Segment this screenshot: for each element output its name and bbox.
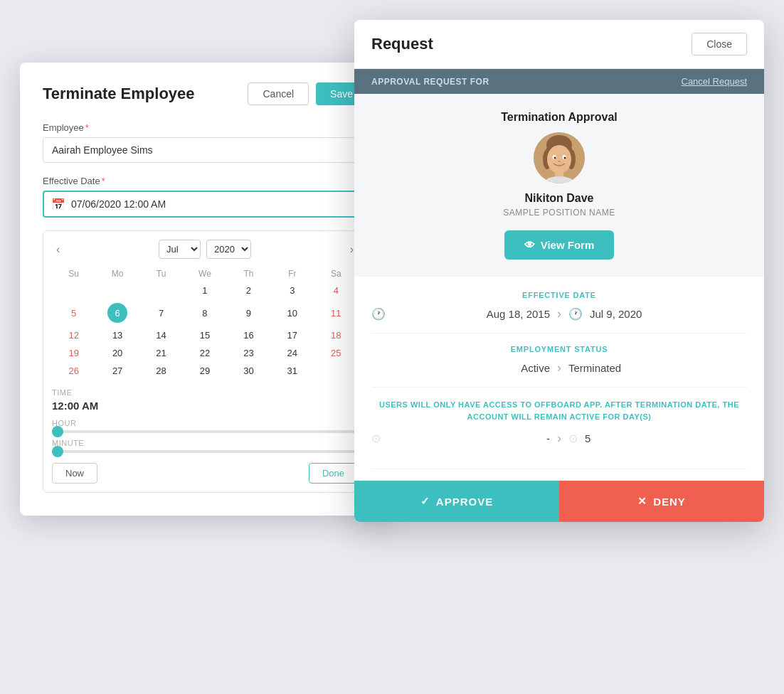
day-12[interactable]: 12 xyxy=(52,326,95,344)
day-27[interactable]: 27 xyxy=(95,362,139,380)
now-button[interactable]: Now xyxy=(52,463,97,484)
day-14[interactable]: 14 xyxy=(139,326,183,344)
cancel-request-link[interactable]: Cancel Request xyxy=(682,76,748,87)
hour-slider-track[interactable] xyxy=(52,430,358,433)
day-28[interactable]: 28 xyxy=(139,362,183,380)
clock-icon-from: 🕐 xyxy=(371,307,386,321)
prev-month-button[interactable]: ‹ xyxy=(52,242,64,257)
eye-icon: 👁 xyxy=(524,239,535,251)
employee-field-group: Employee* xyxy=(43,122,367,163)
day-23[interactable]: 23 xyxy=(227,344,270,362)
status-to: Terminated xyxy=(568,362,747,374)
weekday-sa: Sa xyxy=(314,266,358,282)
approval-name-title: Termination Approval xyxy=(371,111,747,124)
offboard-row: ⊙ - › ⊙ 5 xyxy=(371,431,747,446)
day-11[interactable]: 11 xyxy=(314,299,358,326)
deny-icon: ✕ xyxy=(637,495,647,508)
weekday-su: Su xyxy=(52,266,95,282)
effective-date-field-group: Effective Date* 📅 xyxy=(43,176,367,218)
day-6-selected[interactable]: 6 xyxy=(95,299,139,326)
day-31[interactable]: 31 xyxy=(270,362,314,380)
day-30[interactable]: 30 xyxy=(227,362,270,380)
day-empty xyxy=(95,282,139,299)
year-select[interactable]: 20182019202020212022 xyxy=(206,240,251,259)
date-input-wrap[interactable]: 📅 xyxy=(43,191,367,218)
calendar-icon: 📅 xyxy=(51,198,65,211)
cal-selects: JanFebMarApr MayJunJulAug SepOctNovDec 2… xyxy=(159,240,251,259)
day-20[interactable]: 20 xyxy=(95,344,139,362)
day-1[interactable]: 1 xyxy=(183,282,226,299)
avatar-image xyxy=(534,132,585,183)
employee-input[interactable] xyxy=(43,137,367,163)
day-empty xyxy=(52,282,95,299)
avatar xyxy=(534,132,585,183)
person-position: SAMPLE POSITION NAME xyxy=(371,208,747,218)
day-8[interactable]: 8 xyxy=(183,299,226,326)
day-3[interactable]: 3 xyxy=(270,282,314,299)
day-29[interactable]: 29 xyxy=(183,362,226,380)
terminate-title: Terminate Employee xyxy=(43,85,195,103)
approve-button[interactable]: ✓ APPROVE xyxy=(354,481,559,522)
approval-banner: APPROVAL REQUEST FOR Cancel Request xyxy=(354,69,764,94)
arrow-icon-status: › xyxy=(557,361,561,375)
date-to: Jul 9, 2020 xyxy=(590,308,747,320)
employee-label: Employee* xyxy=(43,122,367,133)
hour-label: HOUR xyxy=(52,419,358,427)
day-2[interactable]: 2 xyxy=(227,282,270,299)
status-from: Active xyxy=(371,362,550,374)
day-25[interactable]: 25 xyxy=(314,344,358,362)
employment-status-row: Active › Terminated xyxy=(371,361,747,375)
day-17[interactable]: 17 xyxy=(270,326,314,344)
minute-slider-track[interactable] xyxy=(52,450,358,453)
date-from: Aug 18, 2015 xyxy=(393,308,550,320)
day-5[interactable]: 5 xyxy=(52,299,95,326)
day-empty xyxy=(139,282,183,299)
person-name: Nikiton Dave xyxy=(371,192,747,205)
svg-point-10 xyxy=(558,161,561,162)
employment-status-section-label: EMPLOYMENT STATUS xyxy=(371,345,747,353)
day-13[interactable]: 13 xyxy=(95,326,139,344)
effective-date-input[interactable] xyxy=(71,192,359,216)
time-label: TIME xyxy=(52,388,358,397)
request-title: Request xyxy=(371,35,433,53)
day-21[interactable]: 21 xyxy=(139,344,183,362)
cancel-button[interactable]: Cancel xyxy=(248,82,309,105)
view-form-button[interactable]: 👁 View Form xyxy=(504,230,615,260)
weekday-th: Th xyxy=(227,266,270,282)
day-19[interactable]: 19 xyxy=(52,344,95,362)
day-7[interactable]: 7 xyxy=(139,299,183,326)
calendar-nav: ‹ JanFebMarApr MayJunJulAug SepOctNovDec… xyxy=(52,240,358,259)
svg-point-8 xyxy=(554,157,556,159)
minute-slider-thumb[interactable] xyxy=(52,446,63,457)
day-empty xyxy=(314,362,358,380)
day-16[interactable]: 16 xyxy=(227,326,270,344)
request-modal: Request Close APPROVAL REQUEST FOR Cance… xyxy=(354,20,764,522)
day-15[interactable]: 15 xyxy=(183,326,226,344)
offboard-to: 5 xyxy=(585,432,747,444)
day-10[interactable]: 10 xyxy=(270,299,314,326)
terminate-header: Terminate Employee Cancel Save xyxy=(43,82,367,105)
hour-slider-thumb[interactable] xyxy=(52,426,63,437)
day-26[interactable]: 26 xyxy=(52,362,95,380)
approval-body: Termination Approval xyxy=(354,94,764,277)
day-24[interactable]: 24 xyxy=(270,344,314,362)
weekday-mo: Mo xyxy=(95,266,139,282)
month-select[interactable]: JanFebMarApr MayJunJulAug SepOctNovDec xyxy=(159,240,201,259)
day-4[interactable]: 4 xyxy=(314,282,358,299)
approve-icon: ✓ xyxy=(420,495,430,508)
terminate-header-buttons: Cancel Save xyxy=(248,82,367,105)
minute-label: MINUTE xyxy=(52,439,358,447)
action-footer: ✓ APPROVE ✕ DENY xyxy=(354,481,764,522)
weekday-tu: Tu xyxy=(139,266,183,282)
day-18[interactable]: 18 xyxy=(314,326,358,344)
done-button[interactable]: Done xyxy=(309,463,358,484)
weekday-we: We xyxy=(183,266,226,282)
day-9[interactable]: 9 xyxy=(227,299,270,326)
calendar: ‹ JanFebMarApr MayJunJulAug SepOctNovDec… xyxy=(43,230,367,493)
time-section: TIME 12:00 AM HOUR MINUTE xyxy=(52,388,358,453)
day-22[interactable]: 22 xyxy=(183,344,226,362)
effective-date-block: EFFECTIVE DATE 🕐 Aug 18, 2015 › 🕐 Jul 9,… xyxy=(371,291,747,333)
close-button[interactable]: Close xyxy=(692,33,747,55)
deny-button[interactable]: ✕ DENY xyxy=(559,481,764,522)
calendar-footer: Now Done xyxy=(52,463,358,484)
